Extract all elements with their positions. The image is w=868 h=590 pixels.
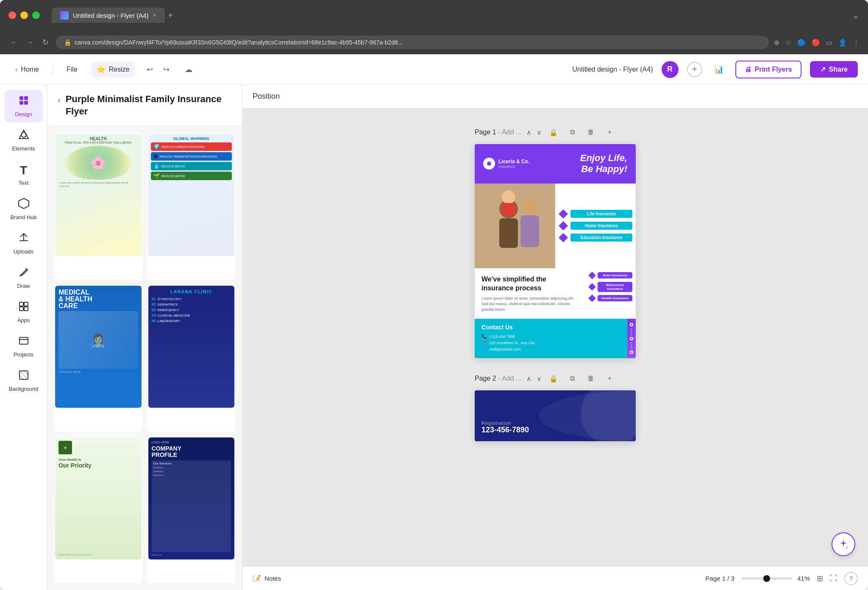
template-card-global[interactable]: GLOBAL WARMING 🌍 REDUCE CARBON EMISSIONS… [147, 133, 236, 280]
svg-rect-17 [520, 215, 539, 247]
sidebar-item-apps[interactable]: Apps [5, 296, 43, 328]
sidebar-item-projects[interactable]: Projects [5, 330, 43, 363]
zoom-percentage: 41% [797, 575, 810, 582]
more-options-icon[interactable]: ⋮ [853, 39, 860, 47]
address-bar[interactable]: 🔒 canva.com/design/DAFnwyf4FTo/Yp69usuaK… [56, 36, 769, 49]
timeline-dot-1 [630, 323, 633, 326]
help-button[interactable]: ? [844, 572, 858, 585]
add-collaborator-button[interactable]: + [687, 62, 702, 77]
timeline-dot-2 [630, 337, 633, 340]
apps-icon [18, 301, 29, 314]
notes-button[interactable]: 📝 Notes [253, 574, 281, 582]
template-card-health[interactable]: HEALTH PRACTICAL TIPS FOR EVERYDAY WELL-… [54, 133, 142, 280]
home-button[interactable]: ‹ Home [10, 62, 44, 77]
contact-phone: 📞 +123-456-7890 [481, 334, 620, 339]
sidebar-item-elements[interactable]: Elements [5, 124, 43, 157]
page-1-up-button[interactable]: ∧ [526, 128, 531, 136]
template-card-company[interactable]: LOGO HERE COMPANYPROFILE Our Services Se… [147, 437, 236, 583]
page-1-add-icon[interactable]: + [603, 125, 616, 139]
sidebar-item-background[interactable]: Background [5, 365, 43, 397]
bottom-bar: 📝 Notes Page 1 / 3 41% ⊞ ⛶ ? [242, 566, 868, 590]
zoom-slider[interactable] [741, 577, 792, 580]
page-2-add-icon[interactable]: + [603, 372, 616, 385]
page2-content: Registration 123-456-7890 [475, 414, 536, 441]
share-button[interactable]: ↗ Share [810, 61, 858, 78]
sidebar-toggle-icon[interactable]: ▭ [826, 39, 832, 47]
text-icon: T [20, 164, 27, 177]
page2-number: 123-456-7890 [481, 426, 529, 434]
share-icon: ↗ [820, 65, 826, 73]
undo-button[interactable]: ↩ [143, 61, 156, 78]
svg-rect-11 [19, 337, 28, 344]
close-button[interactable] [8, 11, 16, 19]
page-2-block: Page 2 - Add ... ∧ ∨ 🔒 ⧉ 🗑 + [475, 372, 636, 441]
user-avatar[interactable]: R [662, 61, 679, 78]
page-2-copy-icon[interactable]: ⧉ [565, 372, 579, 385]
flyer-page-1[interactable]: ↻ Liceria & Co. [475, 144, 636, 358]
page-2-down-button[interactable]: ∨ [537, 375, 542, 383]
fullscreen-button[interactable] [32, 11, 40, 19]
template-card-priority[interactable]: + Your Health Is Our Priority 2024 PRACT… [54, 437, 142, 583]
canvas-scroll[interactable]: Page 1 - Add ... ∧ ∨ 🔒 ⧉ 🗑 + [242, 109, 868, 566]
resize-button[interactable]: ⭐ Resize [91, 61, 135, 78]
service-retirement: Retirement Insurance [588, 282, 632, 292]
profile-icon[interactable]: 👤 [838, 39, 847, 47]
refresh-nav-icon[interactable]: ↻ [41, 36, 50, 49]
fullscreen-icon[interactable]: ⛶ [830, 574, 837, 583]
page-2-up-button[interactable]: ∧ [526, 375, 531, 383]
sidebar-item-brand[interactable]: Brand Hub [5, 193, 43, 225]
extension-icon-2[interactable]: 🔴 [812, 39, 820, 47]
back-nav-icon[interactable]: ← [8, 36, 19, 49]
page-2-lock-icon[interactable]: 🔒 [547, 372, 560, 385]
sidebar-item-draw[interactable]: Draw [5, 262, 43, 294]
position-bar: Position [242, 85, 868, 109]
svg-marker-6 [19, 198, 29, 209]
sidebar-item-text[interactable]: T Text [5, 159, 43, 191]
template-card-clinic[interactable]: LARANA CLINIC 01GYNECOLOGY 02GERIATRICS … [147, 285, 236, 431]
active-tab[interactable]: Untitled design - Flyer (A4) × [52, 8, 165, 23]
analytics-icon[interactable]: 📊 [711, 61, 727, 78]
magic-ai-button[interactable] [832, 532, 855, 556]
bookmark-icon[interactable]: ☆ [785, 39, 791, 47]
logo-company-name: Liceria & Co. [498, 159, 529, 164]
timeline-line-1 [631, 328, 632, 335]
extension-icon-1[interactable]: 🔵 [797, 39, 806, 47]
page-2-controls: Page 2 - Add ... ∧ ∨ 🔒 ⧉ 🗑 + [475, 372, 636, 385]
sidebar-label-brand: Brand Hub [10, 214, 36, 220]
flyer-page-2-preview[interactable]: Registration 123-456-7890 [475, 390, 636, 441]
sidebar-item-uploads[interactable]: Uploads [5, 227, 43, 260]
sidebar-item-design[interactable]: Design [5, 90, 43, 122]
timeline-line-2 [631, 342, 632, 349]
template-card-medical[interactable]: MEDICAL& HEALTHCARE 👩‍⚕️ CONSULT NOW [54, 285, 142, 431]
flyer-footer: Contact Us 📞 +123-456-7890 📍 123 Anywher… [475, 319, 636, 358]
tab-title: Untitled design - Flyer (A4) [73, 12, 148, 19]
undo-redo-group: ↩ ↪ [143, 61, 173, 78]
family-image [475, 184, 555, 268]
sidebar-label-elements: Elements [12, 145, 35, 152]
page-1-delete-icon[interactable]: 🗑 [584, 125, 598, 139]
minimize-button[interactable] [20, 11, 28, 19]
cloud-sync-icon[interactable]: ☁ [181, 61, 196, 78]
window-menu-icon[interactable]: ⌄ [852, 10, 860, 20]
page-action-icon[interactable]: ⊕ [774, 39, 779, 47]
tab-close-icon[interactable]: × [153, 12, 156, 19]
uploads-icon [18, 232, 29, 246]
page-1-lock-icon[interactable]: 🔒 [547, 125, 560, 139]
page-1-down-button[interactable]: ∨ [537, 128, 542, 136]
page-1-copy-icon[interactable]: ⧉ [565, 125, 579, 139]
flyer-right-services: Auto Insurance Retirement Insurance [585, 268, 636, 319]
page-2-delete-icon[interactable]: 🗑 [584, 372, 598, 385]
print-flyers-button[interactable]: 🖨 Print Flyers [735, 61, 801, 78]
redo-button[interactable]: ↪ [160, 61, 173, 78]
service-badge-health: Health Insurance [598, 295, 632, 301]
template-panel: ‹ Purple Minimalist Family Insurance Fly… [47, 85, 242, 590]
back-button[interactable]: ‹ [58, 95, 61, 105]
phone-icon: 📞 [481, 334, 487, 339]
service-text-life: Life Insurance [574, 212, 629, 216]
service-diamond-icon [559, 221, 568, 231]
new-tab-button[interactable]: + [168, 11, 173, 20]
flyer-services-list: Life Insurance Home Insurance [555, 184, 636, 268]
file-menu-button[interactable]: File [61, 62, 83, 77]
forward-nav-icon[interactable]: → [25, 36, 36, 49]
grid-view-icon[interactable]: ⊞ [817, 574, 823, 583]
